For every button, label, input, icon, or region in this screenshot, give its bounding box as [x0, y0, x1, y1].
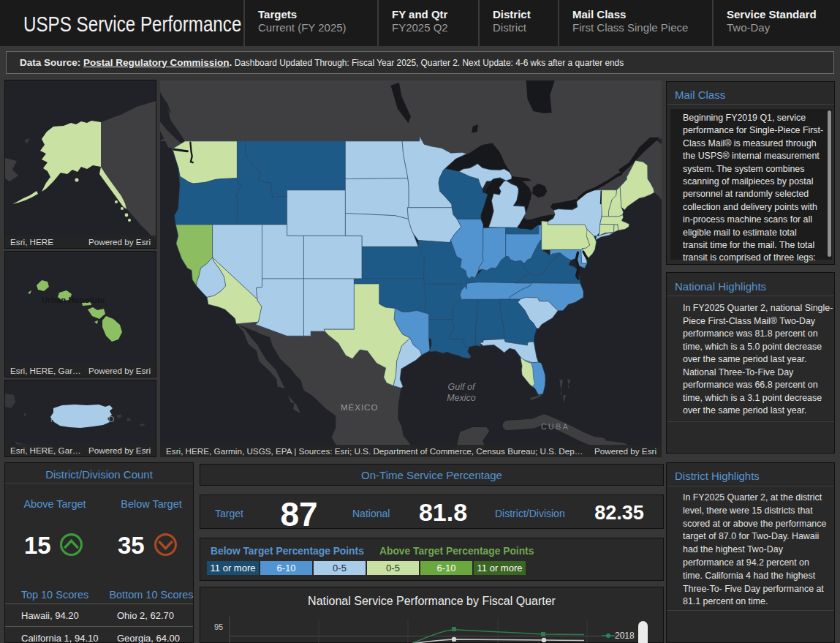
- svg-text:Urban Honolulu: Urban Honolulu: [42, 296, 105, 304]
